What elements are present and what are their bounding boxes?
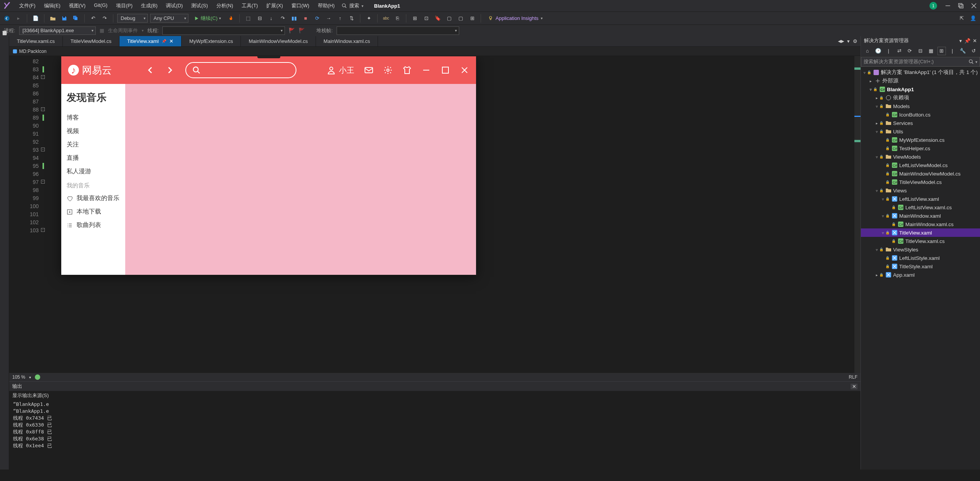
app-close-icon[interactable] <box>460 66 469 75</box>
app-maximize-icon[interactable] <box>441 66 450 75</box>
menu-item[interactable]: 项目(P) <box>112 1 136 11</box>
sync-icon[interactable]: ⇄ <box>895 47 903 55</box>
account-button[interactable]: 👤 <box>969 14 978 23</box>
tb-icon-12[interactable]: ⊞ <box>468 14 477 23</box>
breadcrumb[interactable]: MD:PackIcon <box>9 47 861 56</box>
tree-row[interactable]: 🔒C#MainWindow.xaml.cs <box>861 220 980 228</box>
xaml-debug-toolbar[interactable] <box>257 56 280 58</box>
undo-button[interactable]: ↶ <box>88 14 98 23</box>
tree-row[interactable]: ▸外部源 <box>861 77 980 85</box>
tree-row[interactable]: ▿🔒TitleView.xaml <box>861 228 980 237</box>
save-all-button[interactable] <box>71 14 80 23</box>
sync2-icon[interactable]: ↺ <box>969 47 978 55</box>
menu-item[interactable]: 测试(S) <box>187 1 211 11</box>
menu-item[interactable]: 分析(N) <box>213 1 237 11</box>
tree-row[interactable]: ▿🔒C#BlankApp1 <box>861 85 980 94</box>
close-icon[interactable] <box>971 3 977 9</box>
document-tab[interactable]: MyWpfExtension.cs <box>182 36 241 46</box>
menu-item[interactable]: 编辑(E) <box>40 1 64 11</box>
tree-row[interactable]: ▿🔒解决方案 'BlankApp1' (1 个项目，共 1 个) <box>861 68 980 77</box>
titlebar-search[interactable]: 搜索 ▾ <box>339 2 366 10</box>
save-button[interactable] <box>60 14 69 23</box>
tabs-overflow-icon[interactable]: ◀▶ <box>838 39 844 44</box>
tree-row[interactable]: 🔒C#TestHelper.cs <box>861 144 980 153</box>
sidebar-item[interactable]: 歌曲列表 <box>67 218 120 232</box>
tb-icon-8[interactable]: ⊡ <box>422 14 431 23</box>
sidebar-item[interactable]: 视频 <box>67 125 120 138</box>
platform-combo[interactable]: Any CPU <box>150 14 188 23</box>
tb-icon-5[interactable]: abc <box>381 14 391 23</box>
step-into-button[interactable]: ↓ <box>267 14 276 23</box>
nav-forward-icon[interactable] <box>165 66 174 74</box>
maximize-icon[interactable] <box>958 3 964 9</box>
tree-row[interactable]: 🔒TitleStyle.xaml <box>861 262 980 271</box>
open-button[interactable] <box>48 14 57 23</box>
thread-combo[interactable] <box>162 26 285 35</box>
tb-icon-4[interactable]: ✦ <box>364 14 373 23</box>
tree-row[interactable]: ▿🔒Utils <box>861 127 980 136</box>
nav-back-icon[interactable] <box>146 66 155 74</box>
encoding-indicator[interactable]: RLF <box>849 374 857 380</box>
menu-item[interactable]: 帮助(H) <box>314 1 339 11</box>
menu-item[interactable]: 生成(B) <box>137 1 161 11</box>
document-tab[interactable]: TitleView.xaml.cs <box>9 36 63 46</box>
sidebar-heading[interactable]: 发现音乐 <box>67 91 120 104</box>
step-next-button[interactable]: → <box>324 14 333 23</box>
document-tab[interactable]: MainWindow.xaml.cs <box>316 36 378 46</box>
home-icon[interactable]: ⌂ <box>863 47 872 55</box>
tb-icon-1[interactable]: ⬚ <box>244 14 253 23</box>
pin-icon[interactable]: 📌 <box>162 39 166 43</box>
panel-dropdown-icon[interactable]: ▾ <box>959 38 962 44</box>
sidebar-item[interactable]: 博客 <box>67 111 120 125</box>
tree-row[interactable]: ▿🔒ViewModels <box>861 153 980 161</box>
menu-item[interactable]: 窗口(W) <box>288 1 313 11</box>
menu-item[interactable]: 工具(T) <box>238 1 262 11</box>
config-combo[interactable]: Debug <box>117 14 148 23</box>
app-search-input[interactable] <box>185 62 296 78</box>
history-icon[interactable]: 🕑 <box>874 47 882 55</box>
sidebar-item[interactable]: 我最喜欢的音乐 <box>67 192 120 205</box>
solution-search-input[interactable]: 搜索解决方案资源管理器(Ctrl+;) ▾ <box>861 57 980 67</box>
minimize-icon[interactable] <box>945 3 951 9</box>
sidebar-item[interactable]: 本地下载 <box>67 205 120 218</box>
sidebar-item[interactable]: 直播 <box>67 151 120 165</box>
tree-row[interactable]: 🔒C#TitileViewModel.cs <box>861 178 980 186</box>
nav-back-button[interactable] <box>2 14 11 23</box>
tb-icon-2[interactable]: ⊟ <box>255 14 264 23</box>
share-button[interactable]: ⇱ <box>957 14 966 23</box>
tree-row[interactable]: ▿🔒MainWindow.xaml <box>861 212 980 220</box>
stackframe-combo[interactable] <box>337 26 459 35</box>
app-user[interactable]: 小王 <box>327 65 354 76</box>
tb-icon-7[interactable]: ⊞ <box>410 14 419 23</box>
tabs-gear-icon[interactable]: ⚙ <box>853 38 857 44</box>
nav-fwd-button[interactable]: ▸ <box>14 14 23 23</box>
document-tab[interactable]: TitileViewModel.cs <box>63 36 119 46</box>
menu-item[interactable]: 调试(D) <box>162 1 187 11</box>
pause-button[interactable]: ▮▮ <box>290 14 299 23</box>
close-icon[interactable]: ✕ <box>169 38 173 44</box>
refresh-icon[interactable]: ⟳ <box>906 47 914 55</box>
tree-row[interactable]: 🔒C#IconButton.cs <box>861 110 980 119</box>
tree-row[interactable]: 🔒C#MainWindowViewModel.cs <box>861 169 980 178</box>
tree-row[interactable]: 🔒C#LeftListViewModel.cs <box>861 161 980 169</box>
notification-badge[interactable]: 1 <box>929 2 937 10</box>
tree-row[interactable]: ▿🔒Views <box>861 186 980 195</box>
app-insights-button[interactable]: Application Insights ▾ <box>485 15 546 22</box>
tb-icon-9[interactable]: 🔖 <box>433 14 442 23</box>
sidebar-item[interactable]: 私人漫游 <box>67 165 120 178</box>
stop-button[interactable]: ■ <box>301 14 310 23</box>
skin-icon[interactable] <box>402 66 412 75</box>
step-out-button[interactable]: ↑ <box>335 14 345 23</box>
tree-row[interactable]: 🔒C#LeftListView.xaml.cs <box>861 203 980 212</box>
tree-row[interactable]: ▿🔒ViewStyles <box>861 245 980 254</box>
document-tab[interactable]: TitleView.xaml📌✕ <box>119 36 182 46</box>
tree-row[interactable]: 🔒C#TitleView.xaml.cs <box>861 237 980 245</box>
settings-icon[interactable] <box>383 66 393 75</box>
view-icon[interactable]: ⊞ <box>937 47 946 55</box>
wrench-icon[interactable]: 🔧 <box>959 47 967 55</box>
panel-close-icon[interactable]: ✕ <box>851 384 857 389</box>
tabs-dropdown-icon[interactable]: ▾ <box>847 38 850 44</box>
document-tab[interactable]: MainWindowViewModel.cs <box>241 36 316 46</box>
menu-item[interactable]: 扩展(X) <box>262 1 286 11</box>
tree-row[interactable]: ▸🔒App.xaml <box>861 271 980 279</box>
